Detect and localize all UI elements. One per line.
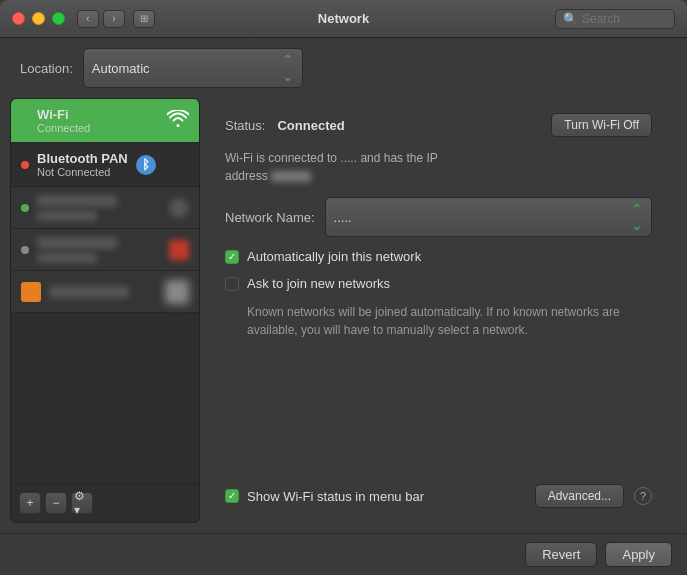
blurred-dot-2 (21, 246, 29, 254)
wifi-status: Connected (37, 122, 90, 134)
minimize-button[interactable] (32, 12, 45, 25)
gear-button[interactable]: ⚙ ▾ (71, 492, 93, 514)
show-wifi-label: Show Wi-Fi status in menu bar (247, 489, 424, 504)
status-label: Status: (225, 118, 265, 133)
status-row: Status: Connected Turn Wi-Fi Off (225, 113, 652, 137)
revert-button[interactable]: Revert (525, 542, 597, 567)
sidebar-item-bluetooth[interactable]: Bluetooth PAN Not Connected ᛒ (11, 143, 199, 187)
network-name-value: ..... (334, 210, 352, 225)
turn-wifi-off-button[interactable]: Turn Wi-Fi Off (551, 113, 652, 137)
ask-join-checkbox-row[interactable]: Ask to join new networks (225, 276, 652, 291)
location-label: Location: (20, 61, 73, 76)
bt-name: Bluetooth PAN (37, 151, 128, 166)
bluetooth-icon: ᛒ (136, 155, 156, 175)
back-button[interactable]: ‹ (77, 10, 99, 28)
forward-button[interactable]: › (103, 10, 125, 28)
search-box[interactable]: 🔍 (555, 9, 675, 29)
blurred-dot-1 (21, 204, 29, 212)
maximize-button[interactable] (52, 12, 65, 25)
blurred-status-2 (37, 253, 97, 263)
orange-icon (21, 282, 41, 302)
network-name-dropdown[interactable]: ..... ⌃⌄ (325, 197, 652, 237)
status-value: Connected (277, 118, 344, 133)
wifi-icon (167, 110, 189, 132)
info-text-2: address (225, 169, 268, 183)
blurred-icon-2 (169, 240, 189, 260)
apply-button[interactable]: Apply (605, 542, 672, 567)
bt-item-text: Bluetooth PAN Not Connected (37, 151, 128, 178)
advanced-button[interactable]: Advanced... (535, 484, 624, 508)
spacer (225, 351, 652, 472)
join-description: Known networks will be joined automatica… (247, 303, 652, 339)
footer-actions: Revert Apply (0, 533, 687, 575)
blurred-name-2 (37, 237, 117, 249)
connection-info: Wi-Fi is connected to ..... and has the … (225, 149, 652, 185)
bt-status: Not Connected (37, 166, 128, 178)
wifi-name: Wi-Fi (37, 107, 90, 122)
network-dropdown-arrow: ⌃⌄ (631, 201, 643, 233)
show-wifi-checkmark: ✓ (228, 491, 236, 501)
remove-network-button[interactable]: − (45, 492, 67, 514)
show-wifi-row[interactable]: ✓ Show Wi-Fi status in menu bar (225, 489, 424, 504)
sidebar-item-wifi[interactable]: Wi-Fi Connected (11, 99, 199, 143)
blurred-icon-1 (169, 198, 189, 218)
network-name-row: Network Name: ..... ⌃⌄ (225, 197, 652, 237)
checkmark-icon: ✓ (228, 252, 236, 262)
wifi-status-dot (21, 117, 29, 125)
sidebar-footer: + − ⚙ ▾ (11, 483, 199, 522)
ip-address-blurred (271, 171, 311, 182)
info-text-1: Wi-Fi is connected to ..... and has the … (225, 151, 438, 165)
location-value: Automatic (92, 61, 150, 76)
help-button[interactable]: ? (634, 487, 652, 505)
ask-join-label: Ask to join new networks (247, 276, 390, 291)
blurred-name-3 (49, 286, 129, 298)
search-icon: 🔍 (563, 12, 578, 26)
main-content: Location: Automatic ⌃⌄ Wi-Fi Connected (0, 38, 687, 575)
sidebar-item-blurred-3[interactable] (11, 271, 199, 313)
search-input[interactable] (582, 12, 672, 26)
wifi-item-text: Wi-Fi Connected (37, 107, 90, 134)
location-bar: Location: Automatic ⌃⌄ (0, 38, 687, 98)
show-wifi-checkbox[interactable]: ✓ (225, 489, 239, 503)
blurred-avatar (165, 280, 189, 304)
titlebar: ‹ › ⊞ Network 🔍 (0, 0, 687, 38)
network-name-label: Network Name: (225, 210, 315, 225)
auto-join-checkbox[interactable]: ✓ (225, 250, 239, 264)
ask-join-checkbox[interactable] (225, 277, 239, 291)
traffic-lights (12, 12, 65, 25)
blurred-status-1 (37, 211, 97, 221)
sidebar-item-blurred-1[interactable] (11, 187, 199, 229)
sidebar-item-blurred-2[interactable] (11, 229, 199, 271)
bt-status-dot (21, 161, 29, 169)
body-area: Wi-Fi Connected Bluetooth PAN (0, 98, 687, 533)
location-dropdown[interactable]: Automatic ⌃⌄ (83, 48, 303, 88)
sidebar: Wi-Fi Connected Bluetooth PAN (10, 98, 200, 523)
auto-join-checkbox-row[interactable]: ✓ Automatically join this network (225, 249, 652, 264)
grid-button[interactable]: ⊞ (133, 10, 155, 28)
location-dropdown-arrow: ⌃⌄ (282, 52, 294, 84)
add-network-button[interactable]: + (19, 492, 41, 514)
bottom-row: ✓ Show Wi-Fi status in menu bar Advanced… (225, 484, 652, 508)
blurred-name-1 (37, 195, 117, 207)
close-button[interactable] (12, 12, 25, 25)
nav-buttons: ‹ › (77, 10, 125, 28)
window-title: Network (318, 11, 369, 26)
detail-panel: Status: Connected Turn Wi-Fi Off Wi-Fi i… (200, 98, 677, 523)
auto-join-label: Automatically join this network (247, 249, 421, 264)
